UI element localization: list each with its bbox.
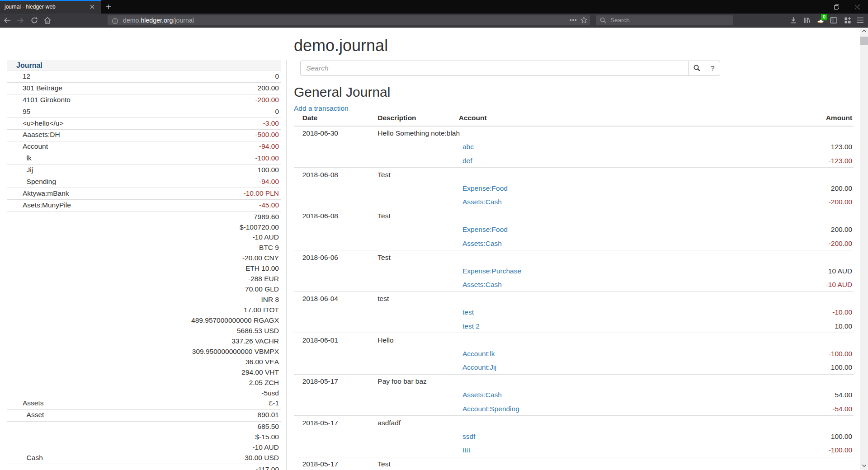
search-input[interactable]: [300, 61, 689, 76]
balance-amount: $-100720.00: [240, 223, 279, 231]
posting-account-link[interactable]: Assets:Cash: [462, 198, 502, 206]
sidebar-account-link[interactable]: Assets: [23, 399, 44, 407]
sidebar-account-link[interactable]: Spending: [27, 178, 57, 185]
posting-account-link[interactable]: Assets:Cash: [462, 281, 502, 288]
sidebar-account-row: -117.00: [7, 464, 281, 470]
window-minimize-button[interactable]: [806, 0, 826, 14]
menu-hamburger-icon[interactable]: [857, 17, 864, 24]
sidebar-account-link[interactable]: lk: [27, 154, 32, 162]
bookmark-star-icon[interactable]: [580, 17, 587, 25]
empty-cell: [294, 278, 377, 292]
new-tab-button[interactable]: [105, 3, 112, 10]
posting-account-link[interactable]: tttt: [462, 446, 470, 454]
sidebar-account-row: 120: [7, 71, 281, 83]
site-info-icon[interactable]: [112, 18, 118, 26]
posting-row: Account:Jij100.00: [294, 361, 854, 375]
empty-cell: [377, 264, 458, 277]
posting-account-link[interactable]: def: [462, 157, 472, 164]
sidebar-account-link[interactable]: Aaasets:DH: [23, 131, 60, 138]
extensions-grid-icon[interactable]: [844, 17, 851, 24]
sidebar-journal-link[interactable]: Journal: [16, 61, 42, 69]
column-header-account: Account: [459, 111, 640, 126]
posting-account-link[interactable]: abc: [462, 143, 474, 150]
balance-amount: -5usd: [261, 389, 279, 397]
empty-cell: [294, 388, 377, 402]
posting-account-link[interactable]: Assets:Cash: [462, 240, 502, 247]
sidebar-account-link[interactable]: <u>hello</u>: [23, 119, 64, 127]
sidebar-account-name: Spending: [7, 176, 156, 188]
empty-cell: [459, 291, 640, 306]
posting-account-link[interactable]: ssdf: [462, 432, 475, 440]
back-icon[interactable]: [4, 17, 11, 24]
posting-account-link[interactable]: Assets:Cash: [462, 391, 502, 399]
sidebar-account-link[interactable]: Asets:MunyPile: [23, 201, 71, 209]
posting-account-link[interactable]: Expense:Food: [462, 184, 508, 192]
posting-account-link[interactable]: test 2: [462, 322, 480, 330]
sidebar-account-balance[interactable]: -117.00: [156, 464, 281, 470]
posting-account-link[interactable]: Expense:Purchase: [462, 267, 521, 275]
home-icon[interactable]: [44, 17, 51, 24]
posting-account-link[interactable]: Account:Spending: [462, 405, 519, 413]
browser-search-bar[interactable]: Search: [596, 15, 733, 25]
posting-account-link[interactable]: Account:Jij: [462, 363, 496, 371]
url-bar[interactable]: demo.hledger.org/journal •••: [108, 15, 590, 25]
sidebar-account-balance[interactable]: 100.00: [156, 164, 281, 176]
window-close-button[interactable]: [847, 0, 868, 14]
downloads-icon[interactable]: [790, 17, 797, 24]
sidebar-account-balance[interactable]: 685.50$-15.00-10 AUD-30.00 USD: [156, 421, 281, 464]
balance-amount: -20.00 CNY: [242, 254, 279, 262]
scrollbar-up-icon[interactable]: [860, 28, 868, 35]
transaction-description: Hello Something note:blah: [377, 126, 458, 140]
forward-icon[interactable]: [17, 17, 24, 24]
posting-account-link[interactable]: Account:lk: [462, 350, 495, 357]
balance-amount: 685.50: [258, 423, 279, 430]
sidebar-account-balance[interactable]: 7989.60$-100720.00-10 AUDBTC 9-20.00 CNY…: [156, 211, 281, 409]
sidebar-account-balance[interactable]: -94.00: [156, 176, 281, 188]
balance-amount: INR 8: [261, 296, 279, 303]
sidebar-account-balance[interactable]: -45.00: [156, 200, 281, 212]
sidebar-account-balance[interactable]: 0: [156, 71, 281, 83]
tab-close-icon[interactable]: [89, 3, 96, 10]
balance-amount: 337.26 VACHR: [231, 337, 279, 345]
sidebar-account-balance[interactable]: 0: [156, 106, 281, 118]
help-button[interactable]: ?: [705, 61, 720, 76]
scrollbar-thumb[interactable]: [860, 37, 868, 45]
vertical-scrollbar[interactable]: [860, 28, 868, 470]
sidebar-account-balance[interactable]: -3.00: [156, 118, 281, 129]
scrollbar-down-icon[interactable]: [860, 462, 868, 470]
sidebar-account-balance[interactable]: 200.00: [156, 83, 281, 94]
window-restore-button[interactable]: [826, 0, 847, 14]
sidebar-account-balance[interactable]: -200.00: [156, 94, 281, 106]
sidebar-account-link[interactable]: Account: [23, 142, 48, 150]
sidebar-account-link[interactable]: Asset: [27, 411, 44, 418]
balance-amount: -10 AUD: [252, 443, 279, 451]
sidebar-account-link[interactable]: 95: [23, 108, 30, 115]
empty-cell: [294, 319, 377, 333]
sidebar-account-balance[interactable]: 890.01: [156, 409, 281, 421]
posting-account-cell: Account:lk: [459, 347, 640, 360]
page-actions-icon[interactable]: •••: [570, 17, 577, 24]
search-submit-button[interactable]: [689, 61, 706, 76]
posting-account-link[interactable]: test: [462, 308, 474, 316]
posting-account-link[interactable]: Expense:Food: [462, 226, 508, 233]
sidebar-account-balance[interactable]: -94.00: [156, 141, 281, 153]
posting-account-cell: Assets:Cash: [459, 236, 640, 250]
sidebar-account-balance[interactable]: -10.00 PLN: [156, 188, 281, 200]
sidebar-account-row: Assets7989.60$-100720.00-10 AUDBTC 9-20.…: [7, 211, 281, 409]
empty-cell: [377, 154, 458, 168]
browser-tab-active[interactable]: journal - hledger-web: [0, 0, 101, 14]
sidebar-account-balance[interactable]: -100.00: [156, 153, 281, 164]
reload-icon[interactable]: [31, 17, 38, 24]
library-icon[interactable]: [803, 17, 811, 24]
sidebar-account-balance[interactable]: -500.00: [156, 129, 281, 141]
sidebar-account-link[interactable]: 301 Beiträge: [23, 84, 62, 92]
sidebars-icon[interactable]: [830, 17, 837, 24]
sidebar-account-link[interactable]: Cash: [27, 454, 43, 461]
sidebar-account-link[interactable]: 12: [23, 72, 30, 80]
extension-bird-icon[interactable]: 0: [816, 17, 824, 24]
sidebar-account-link[interactable]: 4101 Girokonto: [23, 96, 71, 103]
transaction-date: 2018-06-30: [294, 126, 377, 140]
sidebar-account-link[interactable]: Jij: [27, 166, 33, 174]
balance-amount: -117.00: [256, 465, 279, 470]
sidebar-account-link[interactable]: Aktywa:mBank: [23, 189, 69, 197]
